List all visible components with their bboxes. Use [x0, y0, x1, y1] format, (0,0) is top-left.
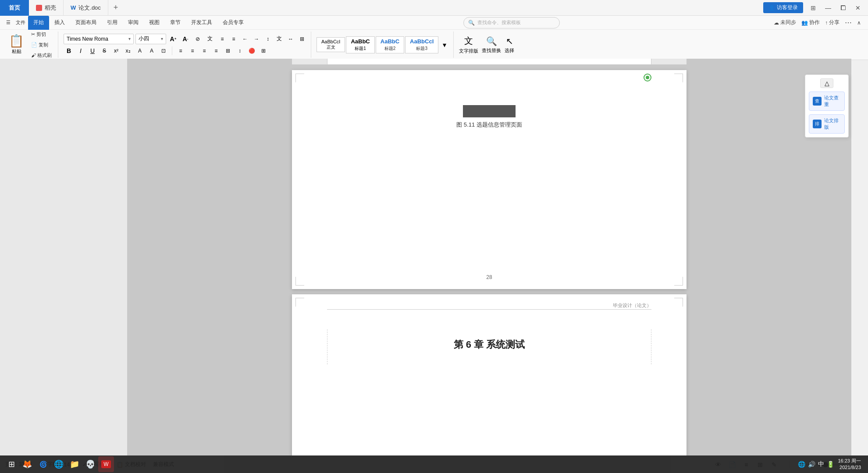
document-area[interactable]: 图 5.11 选题信息管理页面 28 毕业设计（论文） 第 6 章 系统测试: [127, 59, 851, 455]
share-btn[interactable]: ↑ 分享: [825, 19, 840, 26]
close-btn[interactable]: ✕: [851, 3, 864, 13]
file-tab[interactable]: 文件: [13, 18, 28, 28]
tab-dev[interactable]: 开发工具: [186, 16, 217, 30]
tab-insert[interactable]: 插入: [49, 16, 70, 30]
list-btn[interactable]: ≡: [217, 34, 228, 44]
line-space-btn[interactable]: ↕: [235, 46, 245, 56]
style-h3[interactable]: AaBbCcI标题3: [405, 36, 438, 53]
phonetic-btn[interactable]: 文: [205, 34, 215, 44]
window-controls: ⊞ — ⧠ ✕: [807, 3, 868, 13]
border-shading-btn[interactable]: ⊡: [158, 46, 169, 56]
tab-view[interactable]: 视图: [144, 16, 165, 30]
cjk-btn[interactable]: 文: [274, 34, 285, 44]
font-name-selector[interactable]: Times New Roma ▾: [64, 34, 134, 44]
float-panel-up-btn[interactable]: △: [820, 78, 833, 88]
text-dir-btn[interactable]: ↕: [263, 34, 273, 44]
menu-icon[interactable]: ☰: [4, 18, 13, 28]
copy-btn[interactable]: 📄 复制: [28, 40, 54, 49]
ime-icon[interactable]: 中: [818, 460, 824, 468]
highlight-btn[interactable]: A: [146, 46, 157, 56]
tab-home[interactable]: 首页: [0, 0, 29, 16]
cut-btn[interactable]: ✂ 剪切: [28, 29, 54, 39]
browser-btn[interactable]: 🌐: [51, 456, 67, 472]
paste-btn[interactable]: 📋 粘贴: [7, 34, 26, 56]
tab-member[interactable]: 会员专享: [217, 16, 249, 30]
underline-btn[interactable]: U: [87, 46, 98, 56]
sync-btn[interactable]: ☁ 未同步: [774, 19, 796, 26]
more-btn[interactable]: ⋯: [845, 18, 852, 27]
tab-add[interactable]: +: [108, 0, 124, 16]
wps-taskbar-icon: W: [101, 460, 110, 468]
border3-btn[interactable]: ⊞: [258, 46, 269, 56]
collab-btn[interactable]: 👥 协作: [801, 19, 820, 26]
align-left-btn[interactable]: ≡: [175, 46, 186, 56]
tab-ref[interactable]: 引用: [102, 16, 123, 30]
main-area: 图 5.11 选题信息管理页面 28 毕业设计（论文） 第 6 章 系统测试: [0, 59, 851, 455]
style-normal[interactable]: AaBbCcI正文: [317, 37, 345, 52]
start-btn[interactable]: ⊞: [4, 456, 19, 472]
explorer-btn[interactable]: 📁: [67, 456, 82, 472]
font-grow-btn[interactable]: A+: [168, 34, 178, 44]
wps-taskbar-btn[interactable]: W: [98, 456, 114, 472]
bold-btn[interactable]: B: [64, 46, 74, 56]
tab-doc[interactable]: W 论文.doc: [64, 0, 108, 16]
volume-icon[interactable]: 🔊: [808, 461, 815, 468]
align-center-btn[interactable]: ≡: [187, 46, 198, 56]
sync-icon: ☁: [774, 20, 779, 26]
network-icon[interactable]: 🌐: [798, 461, 805, 468]
page-header-text: 毕业设计（论文）: [613, 302, 651, 309]
tab-chapter[interactable]: 章节: [165, 16, 186, 30]
font-shrink-btn[interactable]: A-: [180, 34, 191, 44]
spacing-btn[interactable]: ↔: [285, 34, 296, 44]
minimize-btn[interactable]: —: [822, 3, 835, 13]
font-size-selector[interactable]: 小四 ▾: [135, 34, 166, 44]
shading-btn[interactable]: 🔴: [246, 46, 257, 56]
text-format-btn[interactable]: 文 文字排版: [459, 35, 478, 54]
right-margin-line: [651, 329, 651, 364]
indent-inc-btn[interactable]: →: [251, 34, 262, 44]
search-icon: 🔍: [468, 20, 475, 26]
tab-review[interactable]: 审阅: [123, 16, 144, 30]
align-right-btn[interactable]: ≡: [199, 46, 210, 56]
style-h2[interactable]: AaBbC标题2: [376, 36, 404, 53]
font-color-btn[interactable]: A: [135, 46, 145, 56]
subscript-btn[interactable]: x₂: [123, 46, 133, 56]
corner2-tl: [295, 298, 304, 307]
styles-expand-btn[interactable]: ▾: [439, 39, 450, 50]
sys-icons: 🌐 🔊 中 🔋: [798, 460, 834, 468]
style-h1[interactable]: AaBbC标题1: [346, 36, 374, 53]
indent-dec-btn[interactable]: ←: [240, 34, 250, 44]
sep1: [172, 46, 172, 55]
lw-check-icon: 查: [813, 97, 822, 106]
skull-btn[interactable]: 💀: [82, 456, 98, 472]
tab-start[interactable]: 开始: [28, 16, 49, 30]
lw-format-btn[interactable]: 排 论文排版: [809, 114, 845, 134]
visitor-login-btn[interactable]: 👤 访客登录: [763, 2, 803, 13]
table-btn[interactable]: ⊞: [297, 34, 307, 44]
layout-btn[interactable]: ⊞: [807, 3, 820, 13]
search-taskbar-btn[interactable]: 🦊: [19, 456, 35, 472]
collapse-ribbon-btn[interactable]: ∧: [857, 20, 861, 26]
clipboard-group: 📋 粘贴 ✂ 剪切 📄 复制 🖌 格式刷: [4, 32, 58, 58]
italic-btn[interactable]: I: [75, 46, 86, 56]
title-bar: 首页 稻壳 W 论文.doc + 👤 访客登录 ⊞ — ⧠ ✕: [0, 0, 868, 16]
font-clear-btn[interactable]: ⊘: [192, 34, 203, 44]
win-taskbar: ⊞ 🦊 🌀 🌐 📁 💀 W 🌐 🔊 中 🔋 16:23 周一 2021/8/23: [0, 455, 868, 473]
ribbon-search-box[interactable]: 🔍 查找命令、搜索模板: [463, 17, 560, 28]
select-icon: ↖: [506, 36, 513, 46]
strikethrough-btn[interactable]: S: [99, 46, 110, 56]
tab-layout[interactable]: 页面布局: [70, 16, 102, 30]
task-view-btn[interactable]: 🌀: [35, 456, 51, 472]
restore-btn[interactable]: ⧠: [836, 3, 850, 13]
tab-daoke[interactable]: 稻壳: [29, 0, 64, 16]
superscript-btn[interactable]: x²: [111, 46, 121, 56]
battery-icon[interactable]: 🔋: [827, 461, 834, 468]
lw-check-btn[interactable]: 查 论文查重: [809, 92, 845, 111]
system-clock[interactable]: 16:23 周一 2021/8/23: [838, 458, 861, 471]
select-btn[interactable]: ↖ 选择: [505, 36, 514, 54]
green-indicator: [644, 74, 651, 81]
align-justify-btn[interactable]: ≡: [211, 46, 221, 56]
find-replace-btn[interactable]: 🔍 查找替换: [482, 36, 501, 54]
align-table-btn[interactable]: ⊞: [223, 46, 233, 56]
list2-btn[interactable]: ≡: [228, 34, 239, 44]
